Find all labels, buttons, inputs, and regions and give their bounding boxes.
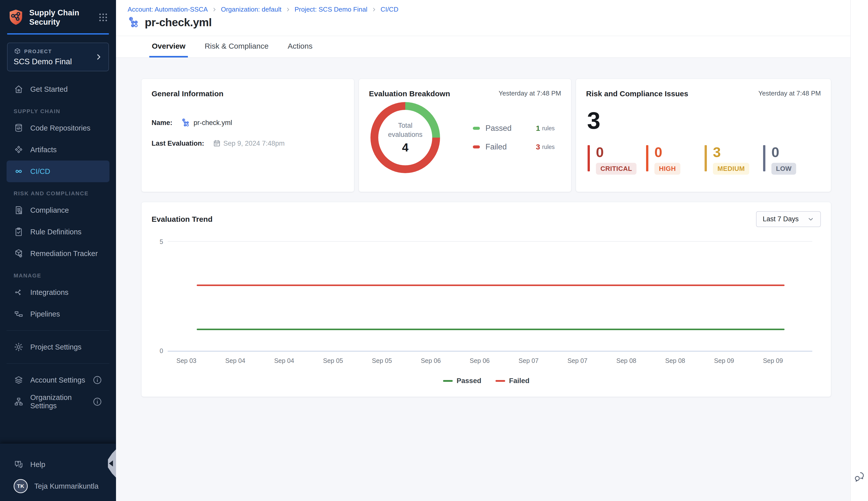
info-icon[interactable]: [92, 397, 102, 407]
summary-cards-row: General Information Name:: [141, 79, 831, 192]
sidebar-item-label: Integrations: [30, 288, 69, 297]
breadcrumb-project[interactable]: Project: SCS Demo Final: [294, 6, 367, 13]
sidebar-item-label: CI/CD: [30, 167, 50, 175]
sidebar-item-cicd[interactable]: CI/CD: [7, 161, 109, 182]
sidebar-item-label: Remediation Tracker: [30, 249, 98, 258]
home-icon: [14, 84, 24, 94]
sidebar-item-rule-definitions[interactable]: Rule Definitions: [7, 221, 109, 243]
trend-plot: [168, 241, 812, 352]
sidebar: Supply Chain Security PROJECT SCS Demo F…: [0, 0, 116, 501]
card-title: Evaluation Breakdown: [369, 89, 450, 98]
trend-legend-item[interactable]: Passed: [443, 377, 481, 385]
severity-column: 3 MEDIUM: [704, 145, 763, 175]
severity-bar: [704, 145, 707, 171]
sidebar-section-risk-and-compliance: RISK AND COMPLIANCE: [7, 190, 109, 197]
severity-column: 0 CRITICAL: [588, 145, 646, 175]
sidebar-item-artifacts[interactable]: Artifacts: [7, 139, 109, 161]
app-grid-icon[interactable]: [98, 12, 108, 23]
severity-count: 0: [655, 145, 680, 159]
sidebar-item-project-settings[interactable]: Project Settings: [7, 336, 109, 358]
card-title: Risk and Compliance Issues: [586, 89, 688, 98]
breadcrumb-cicd[interactable]: CI/CD: [380, 6, 398, 13]
infinity-icon: [14, 166, 24, 177]
layers-icon: [14, 375, 24, 385]
clipboard-check-icon: [14, 227, 24, 237]
severity-column: 0 HIGH: [646, 145, 704, 175]
donut-center-value: 4: [402, 141, 409, 154]
sidebar-item-account-settings[interactable]: Account Settings: [7, 369, 109, 391]
gridline: [168, 241, 812, 242]
chat-bubbles-icon[interactable]: [853, 470, 866, 483]
trend-legend-item[interactable]: Failed: [495, 377, 530, 385]
breadcrumb-organization[interactable]: Organization: default: [221, 6, 281, 13]
general-information-card: General Information Name:: [141, 79, 354, 192]
sidebar-section-manage: MANAGE: [7, 273, 109, 279]
severity-badge: HIGH: [655, 163, 680, 175]
severity-badge: MEDIUM: [713, 163, 749, 175]
sidebar-item-label: Account Settings: [30, 376, 85, 384]
breadcrumb-account[interactable]: Account: Automation-SSCA: [128, 6, 208, 13]
failed-swatch: [473, 146, 480, 148]
total-issues-count: 3: [587, 109, 831, 132]
trend-line-failed: [197, 285, 785, 286]
sidebar-item-code-repositories[interactable]: Code Repositories: [7, 117, 109, 139]
user-menu[interactable]: TK Teja Kummarikuntla: [7, 475, 109, 497]
app-root: Supply Chain Security PROJECT SCS Demo F…: [0, 0, 868, 501]
evaluation-donut: Total evaluations 4: [370, 102, 440, 173]
x-axis-label: Sep 07: [519, 357, 538, 364]
overview-content: General Information Name:: [116, 58, 850, 501]
legend-count: 3: [536, 143, 540, 151]
time-range-select[interactable]: Last 7 Days: [756, 211, 821, 227]
card-timestamp: Yesterday at 7:48 PM: [758, 89, 821, 97]
x-axis-label: Sep 07: [567, 357, 587, 364]
sidebar-header: Supply Chain Security: [0, 0, 116, 27]
project-selector[interactable]: PROJECT SCS Demo Final: [7, 43, 109, 71]
user-name: Teja Kummarikuntla: [34, 482, 98, 490]
title-row: pr-check.yml: [128, 16, 850, 29]
sidebar-divider: [7, 330, 109, 331]
chevron-right-icon: [372, 7, 377, 12]
breakdown-legend-row: Failed 3 rules: [473, 142, 555, 151]
pipeline-icon: [181, 118, 191, 128]
integrations-icon: [14, 287, 24, 297]
trend-chart: 5 0: [168, 241, 812, 352]
sidebar-item-pipelines[interactable]: Pipelines: [7, 303, 109, 325]
evaluation-trend-card: Evaluation Trend Last 7 Days 5 0 Sep 03S…: [141, 202, 831, 397]
card-title: Evaluation Trend: [151, 215, 212, 224]
tab-actions[interactable]: Actions: [285, 36, 315, 57]
last-evaluation-label: Last Evaluation:: [151, 140, 204, 147]
artifacts-icon: [14, 145, 24, 155]
sidebar-item-remediation-tracker[interactable]: Remediation Tracker: [7, 243, 109, 264]
tab-overview[interactable]: Overview: [149, 36, 188, 57]
severity-bar: [763, 145, 765, 171]
legend-unit: rules: [542, 125, 555, 132]
pipeline-icon: [128, 16, 141, 29]
breadcrumb: Account: Automation-SSCA Organization: d…: [128, 6, 850, 13]
trend-x-labels: Sep 03Sep 04Sep 04Sep 05Sep 05Sep 06Sep …: [168, 355, 812, 366]
trend-line-passed: [197, 329, 785, 330]
sidebar-item-integrations[interactable]: Integrations: [7, 281, 109, 303]
sidebar-item-label: Code Repositories: [30, 124, 91, 132]
help-chat-icon: [14, 459, 24, 469]
name-value: pr-check.yml: [194, 119, 232, 127]
info-icon[interactable]: [92, 375, 102, 385]
sidebar-accent-rule: [7, 33, 109, 34]
sidebar-footer: Help TK Teja Kummarikuntla: [0, 443, 116, 501]
chevron-right-icon: [285, 7, 291, 12]
x-axis-label: Sep 08: [616, 357, 636, 364]
severity-count: 0: [596, 145, 637, 159]
tab-risk-compliance[interactable]: Risk & Compliance: [202, 36, 271, 57]
chevron-right-icon: [212, 7, 217, 12]
severity-count: 0: [771, 145, 796, 159]
sidebar-item-help[interactable]: Help: [7, 454, 109, 475]
trend-legend: Passed Failed: [142, 377, 831, 385]
sidebar-item-label: Rule Definitions: [30, 228, 82, 236]
sidebar-item-compliance[interactable]: Compliance: [7, 199, 109, 221]
name-label: Name:: [151, 119, 172, 127]
sidebar-item-get-started[interactable]: Get Started: [7, 78, 109, 100]
x-axis-label: Sep 05: [372, 357, 392, 364]
sidebar-item-organization-settings[interactable]: Organization Settings: [7, 391, 109, 413]
sidebar-item-label: Help: [30, 460, 45, 469]
failed-line-swatch: [495, 380, 505, 382]
sidebar-nav: Get Started SUPPLY CHAIN Code Repositori…: [0, 78, 116, 413]
